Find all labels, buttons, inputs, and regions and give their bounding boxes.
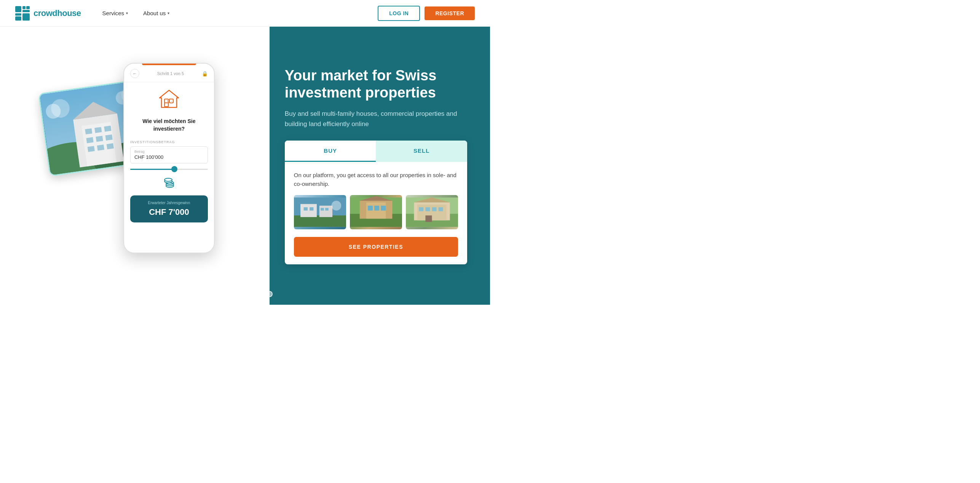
navbar: crowdhouse Services ▾ About us ▾ LOG IN …	[0, 0, 490, 27]
property-image-1	[294, 195, 346, 229]
hero-section: ← Schritt 1 von 5 🔒	[0, 27, 490, 305]
svg-marker-26	[160, 90, 179, 107]
svg-point-36	[164, 178, 172, 181]
pagination-dot-5[interactable]	[267, 291, 273, 297]
phone-mockup-area: ← Schritt 1 von 5 🔒	[74, 55, 219, 276]
buy-sell-card: BUY SELL On our platform, you get access…	[285, 141, 467, 264]
see-properties-button[interactable]: SEE PROPERTIES	[294, 237, 458, 257]
svg-rect-63	[425, 216, 432, 222]
hero-right: Your market for Swiss investment propert…	[270, 27, 490, 305]
tab-sell[interactable]: SELL	[376, 141, 467, 162]
property-image-2	[350, 195, 402, 229]
phone-back-button[interactable]: ←	[130, 69, 139, 78]
svg-rect-6	[22, 13, 30, 21]
svg-rect-18	[88, 146, 95, 152]
phone-result-value: CHF 7'000	[136, 207, 203, 217]
phone-question: Wie viel möchten Sie investieren?	[130, 118, 208, 133]
svg-rect-0	[15, 6, 21, 12]
hero-title: Your market for Swiss investment propert…	[285, 67, 467, 102]
svg-rect-39	[300, 204, 317, 217]
svg-rect-12	[85, 128, 92, 134]
phone-slider-thumb	[171, 166, 177, 172]
pagination-dot-3[interactable]	[238, 291, 244, 297]
svg-rect-17	[105, 134, 112, 141]
hero-left: ← Schritt 1 von 5 🔒	[0, 27, 270, 305]
house-puzzle-icon	[158, 88, 180, 112]
svg-rect-19	[97, 145, 104, 151]
svg-rect-60	[432, 207, 436, 211]
pagination-dot-1[interactable]	[218, 291, 224, 297]
svg-rect-44	[325, 208, 329, 211]
phone-header: ← Schritt 1 von 5 🔒	[124, 65, 214, 82]
login-button[interactable]: LOG IN	[378, 6, 420, 21]
svg-rect-14	[104, 126, 111, 132]
svg-rect-20	[107, 143, 114, 149]
svg-rect-16	[96, 136, 103, 142]
svg-rect-1	[22, 6, 26, 9]
svg-rect-61	[439, 207, 443, 211]
svg-rect-29	[164, 103, 168, 107]
svg-rect-5	[15, 16, 21, 21]
svg-point-31	[171, 102, 172, 104]
phone-amount-label: Betrag	[134, 150, 204, 154]
phone-investment-label: INVESTITIONSBETRAG	[130, 140, 175, 144]
pagination	[218, 291, 273, 297]
phone-amount-input: Betrag CHF 100'000	[130, 146, 208, 163]
phone-slider-fill	[130, 169, 173, 170]
svg-rect-38	[294, 216, 346, 227]
nav-auth: LOG IN REGISTER	[378, 6, 475, 21]
buy-sell-tabs: BUY SELL	[285, 141, 467, 162]
nav-services[interactable]: Services ▾	[96, 7, 134, 19]
property-images	[294, 195, 458, 229]
svg-rect-13	[94, 127, 102, 133]
pagination-dot-4[interactable]	[247, 291, 263, 297]
svg-rect-50	[368, 206, 373, 211]
svg-rect-43	[321, 208, 324, 211]
phone-slider[interactable]	[130, 169, 208, 170]
phone-content: Wie viel möchten Sie investieren? INVEST…	[124, 82, 214, 253]
svg-rect-58	[419, 207, 423, 211]
about-chevron-icon: ▾	[168, 11, 169, 15]
svg-rect-15	[86, 137, 93, 143]
svg-rect-59	[425, 207, 430, 211]
svg-rect-4	[15, 13, 21, 16]
svg-rect-52	[381, 206, 386, 211]
property-image-3	[406, 195, 458, 229]
phone-result-label: Erwarteter Jahresgewinn	[136, 201, 203, 205]
hero-subtitle: Buy and sell multi-family houses, commer…	[285, 109, 467, 129]
logo[interactable]: crowdhouse	[15, 6, 81, 21]
services-chevron-icon: ▾	[126, 11, 128, 15]
buy-description: On our platform, you get access to all o…	[294, 171, 458, 188]
svg-point-30	[168, 100, 169, 102]
tab-buy[interactable]: BUY	[285, 141, 376, 162]
nav-about[interactable]: About us ▾	[137, 7, 176, 19]
phone-step-text: Schritt 1 von 5	[139, 71, 202, 76]
brand-name: crowdhouse	[34, 8, 81, 18]
buy-sell-content: On our platform, you get access to all o…	[285, 162, 467, 264]
pagination-dot-2[interactable]	[228, 291, 234, 297]
svg-point-45	[331, 201, 341, 211]
phone-amount-value: CHF 100'000	[134, 154, 204, 160]
svg-rect-51	[374, 206, 379, 211]
svg-rect-42	[319, 206, 332, 217]
register-button[interactable]: REGISTER	[425, 6, 475, 20]
svg-rect-40	[304, 207, 308, 211]
phone-mockup: ← Schritt 1 von 5 🔒	[123, 63, 215, 253]
logo-icon	[15, 6, 30, 21]
svg-rect-2	[26, 6, 30, 9]
svg-rect-3	[22, 10, 30, 12]
lock-icon: 🔒	[202, 71, 208, 77]
coins-icon	[163, 176, 175, 191]
nav-links: Services ▾ About us ▾	[96, 7, 378, 19]
svg-rect-41	[310, 207, 313, 211]
phone-result-card: Erwarteter Jahresgewinn CHF 7'000	[130, 195, 208, 222]
